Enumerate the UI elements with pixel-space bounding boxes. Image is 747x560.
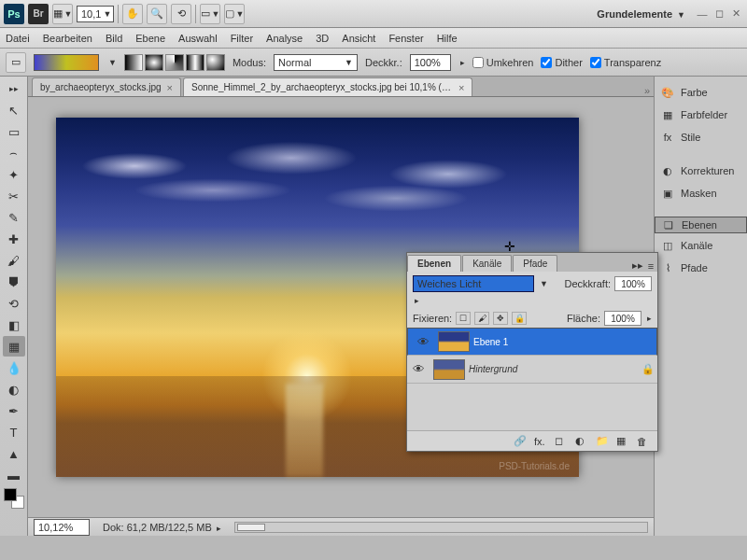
eraser-tool[interactable]: ◧ xyxy=(3,315,25,335)
history-brush-tool[interactable]: ⟲ xyxy=(3,293,25,314)
lock-trans-icon[interactable]: ☐ xyxy=(456,312,471,325)
panel-tab-pfade[interactable]: Pfade xyxy=(513,255,557,272)
menu-file[interactable]: Datei xyxy=(6,33,30,44)
close-tab-icon[interactable]: × xyxy=(458,82,464,93)
reverse-checkbox[interactable]: Umkehren xyxy=(472,57,534,68)
lock-paint-icon[interactable]: 🖌 xyxy=(474,312,489,325)
menu-filter[interactable]: Filter xyxy=(231,33,253,44)
layer-mask-icon[interactable]: ◻ xyxy=(555,435,568,447)
hand-tool-icon[interactable]: ✋ xyxy=(122,4,143,24)
panel-collapse-icon[interactable]: ▸▸ xyxy=(631,259,644,272)
rotate-view-icon[interactable]: ⟲ xyxy=(171,4,191,24)
menu-edit[interactable]: Bearbeiten xyxy=(43,33,92,44)
close-tab-icon[interactable]: × xyxy=(167,82,173,93)
panel-tab-ebenen[interactable]: Ebenen xyxy=(407,255,461,272)
menu-image[interactable]: Bild xyxy=(106,33,122,44)
dock-farbe[interactable]: 🎨Farbe xyxy=(655,82,747,103)
color-swatch[interactable] xyxy=(4,488,24,509)
tab-overflow-icon[interactable]: » xyxy=(644,85,650,96)
layer-thumb[interactable] xyxy=(433,359,465,380)
gradient-diamond-icon[interactable] xyxy=(206,54,225,71)
gradient-angle-icon[interactable] xyxy=(165,54,184,71)
panel-tab-kanale[interactable]: Kanäle xyxy=(462,255,512,272)
screen-mode-icon[interactable]: ▢▼ xyxy=(224,4,245,24)
layer-name[interactable]: Ebene 1 xyxy=(473,337,653,347)
menu-analysis[interactable]: Analyse xyxy=(266,33,303,44)
layer-row[interactable]: 👁 Hintergrund 🔒 xyxy=(407,356,657,384)
doc-tab-2[interactable]: Sonne_Himmel_2_by_archaeopteryx_stocks.j… xyxy=(183,77,472,96)
gradient-tool[interactable]: ▦ xyxy=(3,336,25,357)
zoom-input[interactable]: 10,1▼ xyxy=(77,6,114,22)
menu-help[interactable]: Hilfe xyxy=(437,33,458,44)
new-layer-icon[interactable]: ▦ xyxy=(616,435,629,447)
type-tool[interactable]: T xyxy=(3,422,25,442)
menu-select[interactable]: Auswahl xyxy=(178,33,218,44)
layers-panel[interactable]: Ebenen Kanäle Pfade ▸▸ ≡ Weiches Licht▼ … xyxy=(406,252,658,452)
h-scrollbar[interactable] xyxy=(234,522,648,533)
zoom-tool-icon[interactable]: 🔍 xyxy=(147,4,167,24)
dock-korrekturen[interactable]: ◐Korrekturen xyxy=(655,161,747,181)
stamp-tool[interactable]: ⛊ xyxy=(3,272,25,292)
menu-layer[interactable]: Ebene xyxy=(135,33,165,44)
dither-checkbox[interactable]: Dither xyxy=(541,57,582,68)
ps-icon[interactable]: Ps xyxy=(4,4,24,24)
workspace-select[interactable]: Grundelemente ▼ xyxy=(597,8,685,20)
gradient-swatch[interactable] xyxy=(34,54,99,71)
lock-move-icon[interactable]: ✥ xyxy=(493,312,508,325)
opacity-input[interactable]: 100% xyxy=(410,54,451,71)
delete-layer-icon[interactable]: 🗑 xyxy=(637,436,650,447)
wand-tool[interactable]: ✦ xyxy=(3,164,25,185)
visibility-icon[interactable]: 👁 xyxy=(407,362,430,376)
blend-mode-select[interactable]: Normal▼ xyxy=(274,54,358,71)
path-select-tool[interactable]: ▲ xyxy=(3,443,25,464)
layer-thumb[interactable] xyxy=(438,331,470,352)
brush-tool[interactable]: 🖌 xyxy=(3,250,25,271)
collapse-icon[interactable]: ▸▸ xyxy=(3,78,25,99)
gradient-radial-icon[interactable] xyxy=(145,54,163,71)
menu-window[interactable]: Fenster xyxy=(388,33,423,44)
minimize-icon[interactable]: — xyxy=(695,7,710,21)
lock-all-icon[interactable]: 🔒 xyxy=(512,312,527,325)
doc-size[interactable]: Dok: 61,2 MB/122,5 MB ▸ xyxy=(103,522,221,533)
dock-kanale[interactable]: ◫Kanäle xyxy=(655,235,747,256)
layer-row[interactable]: 👁 Ebene 1 xyxy=(407,328,657,356)
menu-view[interactable]: Ansicht xyxy=(342,33,375,44)
dodge-tool[interactable]: ◐ xyxy=(3,379,25,399)
dock-masken[interactable]: ▣Masken xyxy=(655,183,747,203)
marquee-tool[interactable]: ▭ xyxy=(3,121,25,142)
doc-tab-1[interactable]: by_archaeopteryx_stocks.jpg× xyxy=(32,77,181,96)
visibility-icon[interactable]: 👁 xyxy=(412,335,434,349)
heal-tool[interactable]: ✚ xyxy=(3,229,25,249)
layout-icon[interactable]: ▦▼ xyxy=(52,4,73,24)
blur-tool[interactable]: 💧 xyxy=(3,357,25,378)
layer-blend-select[interactable]: Weiches Licht xyxy=(413,275,534,292)
menu-3d[interactable]: 3D xyxy=(316,33,329,44)
layer-fill-input[interactable] xyxy=(604,311,641,326)
maximize-icon[interactable]: ◻ xyxy=(712,7,726,21)
layer-fx-icon[interactable]: fx. xyxy=(534,436,547,447)
arrange-icon[interactable]: ▭▼ xyxy=(200,4,220,24)
gradient-reflected-icon[interactable] xyxy=(186,54,204,71)
dock-pfade[interactable]: ⌇Pfade xyxy=(655,258,747,278)
link-layers-icon[interactable]: 🔗 xyxy=(514,435,527,447)
dock-farbfelder[interactable]: ▦Farbfelder xyxy=(655,105,747,125)
group-icon[interactable]: 📁 xyxy=(596,435,609,447)
layer-name[interactable]: Hintergrund xyxy=(469,364,639,374)
eyedropper-tool[interactable]: ✎ xyxy=(3,207,25,228)
adjustment-layer-icon[interactable]: ◐ xyxy=(575,435,588,447)
crop-tool[interactable]: ✂ xyxy=(3,186,25,206)
close-icon[interactable]: ✕ xyxy=(728,7,743,21)
layer-opacity-input[interactable] xyxy=(614,276,652,291)
lasso-tool[interactable]: ⌢ xyxy=(3,143,25,163)
move-tool[interactable]: ↖ xyxy=(3,100,25,120)
shape-tool[interactable]: ▬ xyxy=(3,465,25,485)
transparency-checkbox[interactable]: Transparenz xyxy=(590,57,661,68)
bridge-icon[interactable]: Br xyxy=(28,4,49,24)
dock-ebenen[interactable]: ❏Ebenen xyxy=(655,217,747,233)
dock-stile[interactable]: fxStile xyxy=(655,127,747,147)
panel-menu-icon[interactable]: ≡ xyxy=(644,260,657,272)
gradient-linear-icon[interactable] xyxy=(124,54,143,71)
tool-preset-icon[interactable]: ▭ xyxy=(6,52,26,73)
pen-tool[interactable]: ✒ xyxy=(3,400,25,421)
zoom-status[interactable]: 10,12% xyxy=(34,519,90,536)
